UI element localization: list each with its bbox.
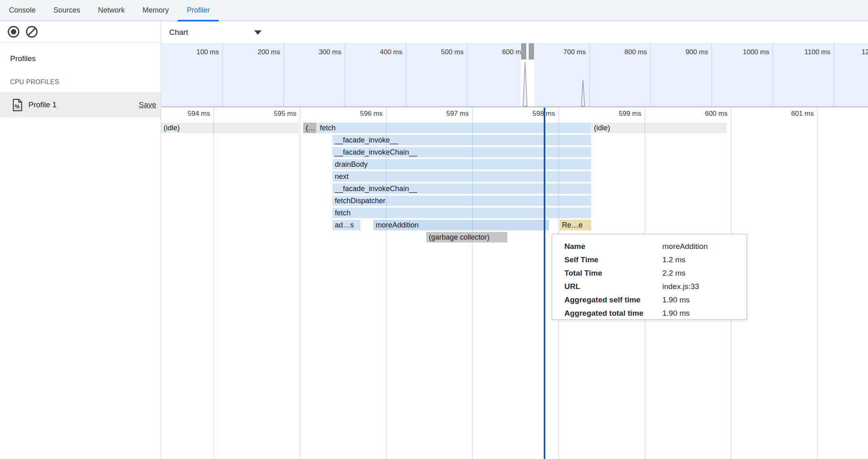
devtools-tab-bar: ConsoleSourcesNetworkMemoryProfiler xyxy=(0,0,868,21)
tab-sources[interactable]: Sources xyxy=(45,0,89,20)
tooltip-row-value: moreAddition xyxy=(662,242,708,251)
tooltip-row-value: 2.2 ms xyxy=(662,269,685,278)
tab-memory[interactable]: Memory xyxy=(134,0,178,20)
frame-details-tooltip: NamemoreAdditionSelf Time1.2 msTotal Tim… xyxy=(552,234,747,320)
view-mode-select[interactable]: Chart xyxy=(169,26,263,39)
cpu-profiles-section-heading: CPU PROFILES xyxy=(10,79,59,86)
tooltip-row-label: Total Time xyxy=(552,269,662,278)
flame-frame[interactable]: (idle) xyxy=(591,123,727,133)
profiles-sidebar: Profiles CPU PROFILES % Profile 1 Save xyxy=(0,21,161,459)
tooltip-row-label: Aggregated self time xyxy=(552,295,662,304)
flame-frame[interactable]: moreAddition xyxy=(373,220,549,230)
tooltip-row-label: Name xyxy=(552,242,662,251)
flame-frame[interactable]: drainBody xyxy=(332,159,591,170)
flame-frame[interactable]: Re…e xyxy=(560,220,591,230)
flame-frame[interactable]: ad…s xyxy=(332,220,360,230)
tooltip-row: NamemoreAddition xyxy=(552,240,747,253)
save-profile-link[interactable]: Save xyxy=(139,100,156,109)
tooltip-row-label: Self Time xyxy=(552,255,662,264)
tooltip-row: Aggregated total time1.90 ms xyxy=(552,306,747,320)
chevron-down-icon xyxy=(254,30,262,35)
tooltip-row: Self Time1.2 ms xyxy=(552,253,747,266)
sidebar-item-profile-1[interactable]: % Profile 1 Save xyxy=(0,92,161,117)
view-mode-value: Chart xyxy=(169,28,188,37)
tooltip-row: URLindex.js:33 xyxy=(552,280,747,293)
tooltip-row-value: 1.90 ms xyxy=(662,295,690,304)
profiles-heading: Profiles xyxy=(10,54,36,63)
cpu-profile-document-icon: % xyxy=(12,99,23,111)
flame-frame[interactable]: fetch xyxy=(317,123,591,133)
tooltip-row: Aggregated self time1.90 ms xyxy=(552,293,747,306)
flame-frame[interactable]: fetchDispatcher xyxy=(332,196,591,206)
svg-text:%: % xyxy=(15,103,20,110)
tooltip-row-label: URL xyxy=(552,282,662,291)
flame-frame[interactable]: __facade_invokeChain__ xyxy=(332,147,591,157)
tab-console[interactable]: Console xyxy=(0,0,45,20)
flame-frame[interactable]: (… xyxy=(303,123,317,133)
flame-frame[interactable]: __facade_invoke__ xyxy=(332,135,591,145)
flame-frame[interactable]: next xyxy=(332,171,591,182)
clear-profiles-icon[interactable] xyxy=(26,26,38,38)
flame-frame[interactable]: (idle) xyxy=(161,123,299,133)
tab-profiler[interactable]: Profiler xyxy=(178,0,219,20)
selection-marker-line xyxy=(544,108,545,459)
sidebar-toolbar xyxy=(0,21,161,42)
tooltip-row-value: index.js:33 xyxy=(662,282,699,291)
tab-network[interactable]: Network xyxy=(89,0,134,20)
tooltip-row: Total Time2.2 ms xyxy=(552,266,747,280)
tooltip-row-value: 1.90 ms xyxy=(662,309,690,318)
flame-frame[interactable]: __facade_invokeChain__ xyxy=(332,183,591,194)
profiler-view-toolbar: Chart xyxy=(162,21,868,43)
tooltip-row-value: 1.2 ms xyxy=(662,255,685,264)
record-profile-icon[interactable] xyxy=(7,26,20,38)
flame-frame[interactable]: fetch xyxy=(332,208,591,218)
tooltip-row-label: Aggregated total time xyxy=(552,309,662,318)
flame-frame[interactable]: (garbage collector) xyxy=(426,232,507,242)
profile-name: Profile 1 xyxy=(28,100,57,109)
